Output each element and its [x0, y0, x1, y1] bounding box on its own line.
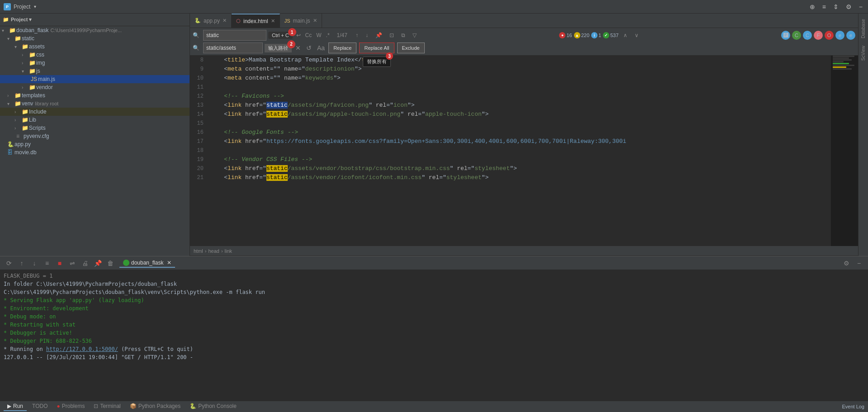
replace-input[interactable]	[204, 44, 262, 52]
run-close-btn[interactable]: −	[854, 258, 864, 269]
tree-js[interactable]: ▾ 📁 js	[0, 67, 190, 75]
bottom-tab-todo[interactable]: TODO	[28, 402, 51, 411]
img-arrow: ›	[22, 61, 29, 66]
lib-folder-icon: 📁	[22, 117, 29, 123]
tree-static[interactable]: ▾ 📁 static	[0, 34, 190, 43]
run-line-4: * Environment: development	[4, 304, 864, 313]
run-indent-btn[interactable]: ⇌	[67, 258, 78, 269]
project-dropdown-icon[interactable]: ▾	[34, 4, 36, 9]
tree-venv[interactable]: ▾ 📁 venv library root	[0, 99, 190, 108]
cc-btn[interactable]: Cc	[304, 30, 314, 41]
tree-include[interactable]: › 📁 Include	[0, 108, 190, 116]
static-arrow: ▾	[7, 36, 14, 41]
badge-3: 3	[386, 52, 393, 60]
tree-apppy[interactable]: 🐍 app.py	[0, 140, 190, 148]
regex-btn[interactable]: .*	[324, 30, 332, 41]
code-line-17: 17 <link href="https://fonts.googleapis.…	[190, 137, 831, 146]
replace-aa-btn[interactable]: Aa	[315, 44, 327, 52]
tree-templates[interactable]: › 📁 templates	[0, 91, 190, 99]
funnel-btn[interactable]: ▽	[410, 30, 419, 41]
right-label-scview[interactable]: ScView	[861, 42, 866, 64]
tab-main-js[interactable]: JS main.js ✕	[280, 14, 322, 28]
editor-with-minimap: 8 <title>Mamba Bootstrap Template Index<…	[190, 56, 858, 246]
run-tab-douban[interactable]: douban_flask ✕	[119, 259, 175, 268]
run-tab-close[interactable]: ✕	[167, 260, 171, 266]
code-line-21: 21 <link href="static/assets/vendor/icof…	[190, 173, 831, 182]
filter-btn[interactable]: ⧉	[398, 30, 408, 41]
replace-magnifier-icon: 🔍	[193, 45, 199, 51]
tab-main-js-close[interactable]: ✕	[313, 18, 317, 24]
tree-lib[interactable]: › 📁 Lib	[0, 116, 190, 124]
code-line-10: 10 <meta content="" name="keywords">	[190, 74, 831, 83]
tree-root[interactable]: ▾ 📁 douban_flask C:\Users\41999\PycharmP…	[0, 26, 190, 34]
bottom-tab-terminal[interactable]: ⊡ Terminal	[90, 402, 124, 411]
code-scroll[interactable]: 8 <title>Mamba Bootstrap Template Index<…	[190, 56, 831, 246]
bottom-tab-run[interactable]: ▶ Run	[4, 402, 27, 411]
tree-mainjs[interactable]: JS main.js	[0, 75, 190, 83]
replace-all-btn[interactable]: Replace All	[359, 43, 394, 53]
minimize-icon[interactable]: −	[857, 2, 864, 11]
sidebar-with-strip: 📁 Project ▾ ▾ 📁 douban_flask C:\Users\41…	[0, 14, 190, 256]
line-content-8: <title>Mamba Bootstrap Template Index</t…	[208, 56, 831, 65]
sidebar-project-icon: 📁	[3, 17, 9, 23]
tab-app-py-close[interactable]: ✕	[223, 18, 227, 24]
tree-assets[interactable]: ▾ 📁 assets	[0, 43, 190, 51]
w-btn[interactable]: W	[314, 30, 323, 41]
tree-img[interactable]: › 📁 img	[0, 59, 190, 67]
browser-firefox-icon: F	[814, 31, 823, 40]
code-line-9: 9 <meta content="" name="descriptionion"…	[190, 65, 831, 74]
run-settings-btn[interactable]: ⚙	[841, 258, 852, 269]
line-content-20: <link href="static/assets/vendor/bootstr…	[208, 164, 831, 173]
tree-vendor[interactable]: › 📁 vendor	[0, 83, 190, 91]
up-btn[interactable]: ↑	[353, 30, 361, 41]
run-trash-btn[interactable]: 🗑	[105, 258, 116, 269]
replace-one-btn[interactable]: Replace	[328, 43, 356, 53]
exclude-btn[interactable]: Exclude	[397, 43, 425, 53]
run-line-5: * Debug mode: on	[4, 313, 864, 321]
run-stop-btn[interactable]: ■	[54, 258, 65, 269]
run-line-7: * Debugger is active!	[4, 329, 864, 337]
tree-pyvenv[interactable]: ≡ pyvenv.cfg	[0, 132, 190, 140]
tooltip-text: 替换所有	[367, 59, 387, 64]
right-label-database[interactable]: Database	[861, 15, 866, 42]
run-output[interactable]: FLASK_DEBUG = 1 In folder C:\Users\41999…	[0, 270, 868, 401]
run-restart-btn[interactable]: ⟳	[4, 258, 14, 269]
tab-index-html[interactable]: ⬡ index.html ✕	[232, 14, 280, 28]
css-label: css	[36, 52, 44, 58]
breadcrumb-html[interactable]: html	[194, 248, 203, 254]
split-icon[interactable]: ⇕	[831, 2, 840, 11]
bottom-tab-pyconsole[interactable]: 🐍 Python Console	[186, 402, 240, 411]
event-log-label[interactable]: Event Log	[842, 404, 864, 409]
split-view-btn[interactable]: ⊡	[387, 30, 397, 41]
run-print-btn[interactable]: 🖨	[80, 258, 90, 269]
search-input[interactable]	[203, 30, 266, 41]
bottom-tab-pyconsole-label: Python Console	[198, 403, 237, 409]
tree-css[interactable]: › 📁 css	[0, 51, 190, 59]
search-row: 🔍 Ctrl + C 1 ↩ Cc W .*	[193, 30, 855, 41]
bottom-tab-problems[interactable]: ● Problems	[53, 402, 88, 411]
run-list-btn[interactable]: ≡	[42, 258, 52, 269]
replace-refresh-btn[interactable]: ↺	[304, 44, 313, 52]
err-blue-badge: i 1	[591, 32, 601, 38]
breadcrumb-link[interactable]: link	[225, 248, 232, 254]
run-link[interactable]: http://127.0.0.1:5000/	[46, 346, 118, 352]
tab-index-html-close[interactable]: ✕	[271, 18, 275, 24]
pin-btn[interactable]: 📌	[373, 30, 385, 41]
right-panel: Database ScView	[858, 14, 868, 256]
up-error-btn[interactable]: ∧	[621, 30, 630, 41]
settings-icon[interactable]: ⚙	[844, 2, 854, 11]
run-up-btn[interactable]: ↑	[16, 258, 27, 269]
tree-scripts[interactable]: › 📁 Scripts	[0, 124, 190, 132]
bottom-tab-pypackages[interactable]: 📦 Python Packages	[126, 402, 184, 411]
line-content-17: <link href="https://fonts.googleapis.com…	[208, 137, 831, 146]
down-error-btn[interactable]: ∨	[632, 30, 641, 41]
run-down-btn[interactable]: ↓	[29, 258, 40, 269]
run-pin-btn[interactable]: 📌	[92, 258, 103, 269]
tab-app-py[interactable]: 🐍 app.py ✕	[190, 14, 232, 28]
down-btn[interactable]: ↓	[363, 30, 371, 41]
tree-moviedb[interactable]: 🗄 movie.db	[0, 148, 190, 156]
globe-icon[interactable]: ⊕	[808, 2, 817, 11]
breadcrumb-head[interactable]: head	[208, 248, 219, 254]
align-icon[interactable]: ≡	[821, 2, 828, 11]
replace-all-tooltip: 替换所有 3	[363, 57, 391, 67]
